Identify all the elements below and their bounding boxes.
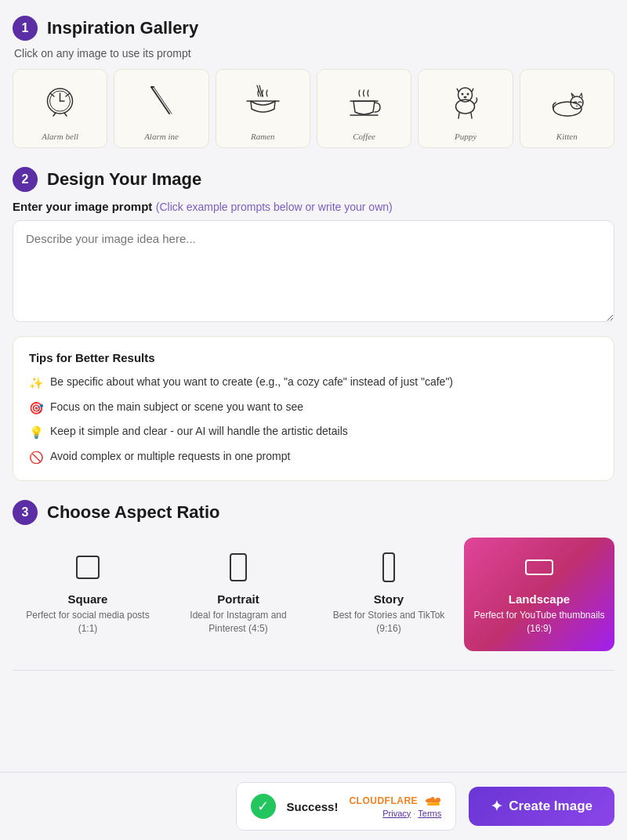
prompt-label-row: Enter your image prompt (Click example p… — [13, 200, 614, 214]
design-title: Design Your Image — [47, 169, 201, 190]
tip-item-3: 💡 Keep it simple and clear - our AI will… — [29, 423, 598, 442]
story-name: Story — [374, 592, 404, 606]
ramen-sketch — [241, 79, 285, 127]
alarm-clock-sketch — [38, 79, 82, 127]
cloudflare-links: Privacy · Terms — [382, 809, 441, 818]
prompt-label: Enter your image prompt — [13, 200, 152, 213]
svg-line-7 — [64, 113, 67, 116]
create-image-button[interactable]: ✦ Create Image — [469, 787, 614, 826]
gallery-item-puppy[interactable]: Puppy — [418, 69, 513, 148]
ratio-section-header: 3 Choose Aspect Ratio — [13, 500, 614, 525]
portrait-desc: Ideal for Instagram and Pinterest (4:5) — [172, 609, 304, 635]
square-name: Square — [68, 592, 108, 606]
svg-rect-27 — [383, 553, 394, 581]
tip-3-text: Keep it simple and clear - our AI will h… — [50, 423, 348, 440]
gallery-item-kitten-label: Kitten — [556, 132, 578, 141]
gallery-item-coffee-label: Coffee — [353, 132, 375, 141]
design-section: 2 Design Your Image Enter your image pro… — [13, 167, 614, 481]
svg-line-8 — [151, 87, 169, 114]
svg-line-6 — [53, 113, 56, 116]
svg-line-13 — [259, 85, 263, 96]
ratio-story[interactable]: Story Best for Stories and TikTok (9:16) — [314, 538, 464, 651]
ratio-title: Choose Aspect Ratio — [47, 502, 219, 523]
puppy-sketch — [444, 79, 487, 127]
svg-line-21 — [458, 113, 459, 118]
landscape-name: Landscape — [509, 592, 570, 606]
tip-item-2: 🎯 Focus on the main subject or scene you… — [29, 399, 598, 418]
tip-4-emoji: 🚫 — [29, 449, 44, 467]
tip-1-text: Be specific about what you want to creat… — [50, 374, 453, 390]
svg-point-20 — [464, 96, 467, 98]
prompt-hint-text: (Click example prompts below or write yo… — [156, 201, 393, 213]
gallery-item-ramen-label: Ramen — [251, 132, 275, 141]
tips-title: Tips for Better Results — [29, 351, 598, 364]
cloudflare-widget: ✓ Success! CLOUDFLARE Privacy · Terms — [236, 782, 457, 831]
gallery-section-header: 1 Inspiration Gallery — [13, 16, 614, 41]
svg-line-9 — [154, 87, 172, 114]
bottom-divider — [13, 670, 614, 671]
tip-2-text: Focus on the main subject or scene you w… — [50, 399, 303, 415]
privacy-link[interactable]: Privacy — [382, 809, 411, 818]
story-desc: Best for Stories and TikTok (9:16) — [323, 609, 455, 635]
design-section-header: 2 Design Your Image — [13, 167, 614, 192]
pen-sketch — [140, 79, 183, 127]
tips-box: Tips for Better Results ✨ Be specific ab… — [13, 336, 614, 481]
square-desc: Perfect for social media posts (1:1) — [22, 609, 154, 635]
tip-1-emoji: ✨ — [29, 375, 44, 393]
gallery-grid: Alarm bell Alarm ine — [13, 69, 614, 148]
tip-3-emoji: 💡 — [29, 424, 44, 442]
gallery-title: Inspiration Gallery — [47, 18, 198, 38]
gallery-item-coffee[interactable]: Coffee — [317, 69, 411, 148]
tip-item-4: 🚫 Avoid complex or multiple requests in … — [29, 448, 598, 467]
ratio-landscape[interactable]: Landscape Perfect for YouTube thumbnails… — [464, 538, 614, 651]
landscape-icon — [522, 550, 556, 585]
prompt-textarea[interactable] — [13, 220, 614, 322]
tip-item-1: ✨ Be specific about what you want to cre… — [29, 374, 598, 393]
portrait-name: Portrait — [217, 592, 259, 606]
ratio-square[interactable]: Square Perfect for social media posts (1… — [13, 538, 163, 651]
svg-rect-26 — [230, 554, 246, 581]
gallery-item-pen-label: Alarm ine — [144, 132, 179, 141]
create-button-label: Create Image — [509, 798, 593, 814]
aspect-ratio-section: 3 Choose Aspect Ratio Square Perfect for… — [13, 500, 614, 651]
ratio-grid: Square Perfect for social media posts (1… — [13, 538, 614, 651]
ratio-portrait[interactable]: Portrait Ideal for Instagram and Pintere… — [163, 538, 314, 651]
cloudflare-brand: CLOUDFLARE Privacy · Terms — [349, 795, 441, 818]
gallery-item-kitten[interactable]: Kitten — [520, 69, 614, 148]
cloudflare-logo: CLOUDFLARE — [349, 795, 441, 807]
bottom-bar: ✓ Success! CLOUDFLARE Privacy · Terms ✦ … — [0, 772, 627, 840]
tip-2-emoji: 🎯 — [29, 400, 44, 418]
success-text: Success! — [287, 800, 339, 813]
svg-rect-28 — [526, 560, 553, 574]
svg-point-18 — [462, 93, 464, 96]
story-icon — [371, 550, 406, 585]
gallery-item-ramen[interactable]: Ramen — [216, 69, 310, 148]
inspiration-gallery-section: 1 Inspiration Gallery Click on any image… — [13, 16, 614, 148]
coffee-sketch — [342, 79, 386, 127]
gallery-item-alarm-clock-label: Alarm bell — [42, 132, 78, 141]
gallery-item-alarm-clock[interactable]: Alarm bell — [13, 69, 107, 148]
step-1-circle: 1 — [13, 16, 38, 41]
step-3-circle: 3 — [13, 500, 38, 525]
landscape-desc: Perfect for YouTube thumbnails (16:9) — [473, 609, 605, 635]
gallery-item-puppy-label: Puppy — [455, 132, 477, 141]
square-icon — [71, 550, 105, 585]
kitten-sketch — [545, 79, 589, 127]
svg-line-22 — [471, 113, 472, 118]
step-2-circle: 2 — [13, 167, 38, 192]
terms-link[interactable]: Terms — [418, 809, 441, 818]
sparkle-icon: ✦ — [491, 798, 502, 815]
gallery-subtitle: Click on any image to use its prompt — [14, 47, 614, 60]
gallery-item-pen[interactable]: Alarm ine — [114, 69, 208, 148]
tip-4-text: Avoid complex or multiple requests in on… — [50, 448, 290, 465]
svg-rect-25 — [77, 556, 99, 578]
svg-point-19 — [467, 93, 469, 96]
portrait-icon — [221, 550, 256, 585]
success-checkmark: ✓ — [251, 794, 276, 819]
